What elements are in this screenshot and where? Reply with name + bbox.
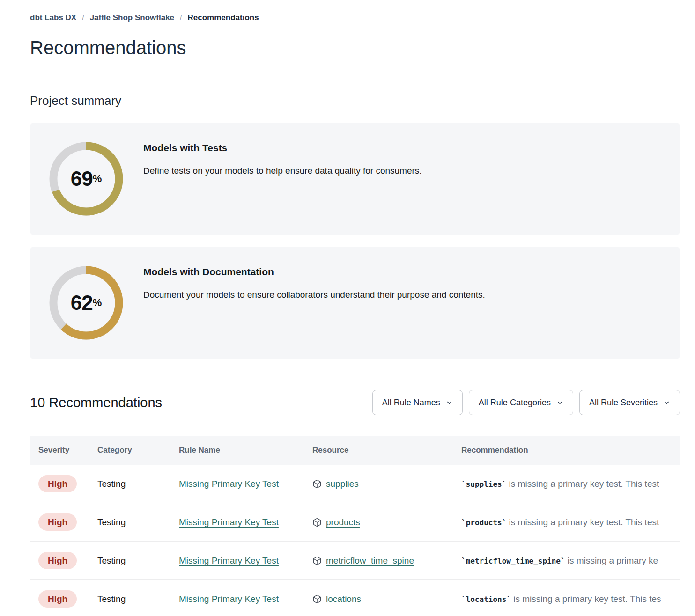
chevron-down-icon (446, 399, 453, 406)
column-header-recommendation: Recommendation (461, 446, 680, 455)
summary-card-documentation: 62% Models with Documentation Document y… (30, 247, 680, 359)
recommendation-cell: `locations` is missing a primary key tes… (461, 594, 680, 604)
model-cube-icon (312, 594, 322, 604)
rule-name-link[interactable]: Missing Primary Key Test (179, 479, 279, 489)
recommendation-text: is missing a primary key test. This test (506, 479, 659, 489)
rule-name-link[interactable]: Missing Primary Key Test (179, 517, 279, 527)
filter-bar: All Rule Names All Rule Categories All R… (372, 390, 680, 415)
project-summary-heading: Project summary (30, 93, 680, 109)
model-cube-icon (312, 518, 322, 527)
percent-value: 69 (71, 167, 93, 191)
table-row: High Testing Missing Primary Key Test me… (30, 542, 680, 580)
resource-link[interactable]: locations (326, 594, 361, 604)
percent-sign: % (93, 173, 102, 185)
recommendation-cell: `metricflow_time_spine` is missing a pri… (461, 556, 680, 566)
severity-badge: High (38, 513, 77, 531)
rule-categories-filter-dropdown[interactable]: All Rule Categories (469, 390, 573, 415)
resource-link[interactable]: supplies (326, 479, 359, 489)
breadcrumb-item-account[interactable]: dbt Labs DX (30, 13, 76, 22)
category-cell: Testing (97, 556, 179, 566)
recommendation-text: is missing a primary key test. This test (506, 517, 659, 527)
recommendations-page: dbt Labs DX / Jaffle Shop Snowflake / Re… (0, 0, 695, 616)
filter-label: All Rule Categories (479, 398, 551, 408)
recommendation-cell: `products` is missing a primary key test… (461, 517, 680, 528)
severity-badge: High (38, 590, 77, 608)
table-header-row: Severity Category Rule Name Resource Rec… (30, 436, 680, 465)
filter-label: All Rule Names (382, 398, 440, 408)
resource-link[interactable]: products (326, 517, 360, 528)
resource-code: `supplies` (461, 480, 506, 489)
percent-sign: % (93, 297, 102, 309)
recommendation-text: is missing a primary key test. This tes (511, 594, 661, 604)
breadcrumb-item-project[interactable]: Jaffle Shop Snowflake (90, 13, 174, 22)
percent-value: 62 (71, 291, 93, 315)
category-cell: Testing (97, 479, 179, 489)
resource-code: `metricflow_time_spine` (461, 557, 565, 565)
docs-percent-label: 62% (48, 264, 125, 341)
rule-name-link[interactable]: Missing Primary Key Test (179, 556, 279, 565)
category-cell: Testing (97, 517, 179, 528)
model-cube-icon (312, 479, 322, 489)
tests-percent-label: 69% (48, 140, 125, 217)
rule-severities-filter-dropdown[interactable]: All Rule Severities (579, 390, 680, 415)
table-row: High Testing Missing Primary Key Test pr… (30, 503, 680, 542)
card-title-tests: Models with Tests (143, 142, 422, 154)
recommendation-cell: `supplies` is missing a primary key test… (461, 479, 680, 489)
recommendation-text: is missing a primary ke (565, 556, 658, 565)
rule-names-filter-dropdown[interactable]: All Rule Names (372, 390, 463, 415)
card-description-documentation: Document your models to ensure collabora… (143, 290, 485, 300)
column-header-category: Category (97, 446, 179, 455)
table-row: High Testing Missing Primary Key Test lo… (30, 580, 680, 616)
column-header-rule-name: Rule Name (179, 446, 312, 455)
category-cell: Testing (97, 594, 179, 604)
docs-donut-chart: 62% (48, 264, 125, 341)
resource-code: `products` (461, 518, 506, 527)
column-header-resource: Resource (312, 446, 461, 455)
chevron-down-icon (556, 399, 563, 406)
severity-badge: High (38, 475, 77, 492)
breadcrumb: dbt Labs DX / Jaffle Shop Snowflake / Re… (30, 13, 680, 22)
breadcrumb-separator: / (82, 14, 84, 22)
model-cube-icon (312, 556, 322, 565)
recommendations-count-heading: 10 Recommendations (30, 395, 162, 411)
breadcrumb-item-current: Recommendations (188, 13, 259, 22)
page-title: Recommendations (30, 37, 680, 59)
rule-name-link[interactable]: Missing Primary Key Test (179, 594, 279, 604)
tests-donut-chart: 69% (48, 140, 125, 217)
recommendations-table: Severity Category Rule Name Resource Rec… (30, 436, 680, 616)
resource-link[interactable]: metricflow_time_spine (326, 556, 414, 566)
filter-label: All Rule Severities (589, 398, 658, 408)
card-title-documentation: Models with Documentation (143, 266, 485, 278)
resource-code: `locations` (461, 595, 511, 604)
card-description-tests: Define tests on your models to help ensu… (143, 166, 422, 176)
summary-card-tests: 69% Models with Tests Define tests on yo… (30, 123, 680, 235)
chevron-down-icon (663, 399, 670, 406)
severity-badge: High (38, 552, 77, 569)
table-row: High Testing Missing Primary Key Test su… (30, 465, 680, 503)
column-header-severity: Severity (38, 446, 97, 455)
breadcrumb-separator: / (180, 14, 182, 22)
